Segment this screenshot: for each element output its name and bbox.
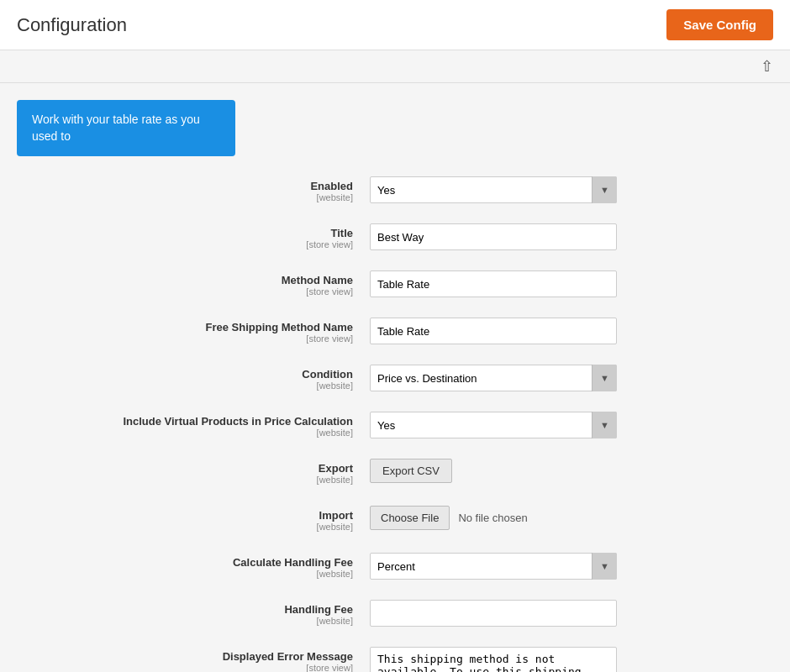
select-wrapper-include-virtual: Yes No ▼ [370, 412, 617, 438]
label-enabled: Enabled [17, 180, 353, 192]
select-wrapper-calculate-handling-fee: Percent Fixed ▼ [370, 553, 617, 580]
enabled-select[interactable]: Yes No [370, 176, 617, 203]
scope-method-name: [store view] [17, 286, 353, 297]
page-title: Configuration [17, 14, 127, 36]
displayed-error-message-textarea[interactable]: This shipping method is not available. T… [370, 647, 617, 672]
page-header: Configuration Save Config [0, 0, 790, 50]
field-enabled: Enabled [website] Yes No ▼ [17, 173, 773, 207]
label-displayed-error-message: Displayed Error Message [17, 650, 353, 663]
select-wrapper-enabled: Yes No ▼ [370, 176, 617, 203]
label-import: Import [17, 509, 353, 522]
title-input[interactable] [370, 223, 617, 250]
field-title: Title [store view] [17, 220, 773, 254]
method-name-input[interactable] [370, 270, 617, 297]
scope-handling-fee: [website] [17, 616, 353, 626]
calculate-handling-fee-select[interactable]: Percent Fixed [370, 553, 617, 580]
label-export: Export [17, 462, 353, 475]
field-method-name: Method Name [store view] [17, 267, 773, 301]
scope-import: [website] [17, 522, 353, 532]
label-title: Title [17, 227, 353, 239]
scope-calculate-handling-fee: [website] [17, 569, 353, 579]
save-config-button[interactable]: Save Config [666, 9, 773, 40]
field-handling-fee: Handling Fee [website] [17, 596, 773, 630]
label-include-virtual: Include Virtual Products in Price Calcul… [17, 415, 353, 428]
field-export: Export [website] Export CSV [17, 455, 773, 489]
field-include-virtual: Include Virtual Products in Price Calcul… [17, 408, 773, 442]
no-file-label: No file chosen [458, 512, 527, 524]
scope-title: [store view] [17, 239, 353, 249]
scope-enabled: [website] [17, 192, 353, 202]
main-content: Work with your table rate as you used to… [0, 83, 790, 672]
config-form: Enabled [website] Yes No ▼ Title [store … [17, 173, 773, 672]
label-handling-fee: Handling Fee [17, 603, 353, 616]
scope-export: [website] [17, 475, 353, 485]
export-csv-button[interactable]: Export CSV [370, 459, 452, 483]
free-shipping-method-name-input[interactable] [370, 318, 617, 344]
label-method-name: Method Name [17, 274, 353, 286]
field-condition: Condition [website] Price vs. Destinatio… [17, 361, 773, 395]
condition-select[interactable]: Price vs. Destination Weight vs. Destina… [370, 365, 617, 391]
scope-include-virtual: [website] [17, 428, 353, 438]
choose-file-button[interactable]: Choose File [370, 506, 450, 530]
sub-header: ⇧ [0, 50, 790, 83]
file-input-wrapper: Choose File No file chosen [370, 506, 773, 530]
select-wrapper-condition: Price vs. Destination Weight vs. Destina… [370, 365, 617, 391]
collapse-button[interactable]: ⇧ [761, 57, 773, 76]
label-calculate-handling-fee: Calculate Handling Fee [17, 556, 353, 569]
scope-displayed-error-message: [store view] [17, 663, 353, 672]
scope-free-shipping-method-name: [store view] [17, 333, 353, 344]
label-free-shipping-method-name: Free Shipping Method Name [17, 321, 353, 333]
scope-condition: [website] [17, 381, 353, 391]
field-import: Import [website] Choose File No file cho… [17, 502, 773, 536]
promo-badge: Work with your table rate as you used to [17, 100, 235, 156]
field-free-shipping-method-name: Free Shipping Method Name [store view] [17, 314, 773, 348]
include-virtual-select[interactable]: Yes No [370, 412, 617, 438]
handling-fee-input[interactable] [370, 600, 617, 627]
label-condition: Condition [17, 368, 353, 381]
field-calculate-handling-fee: Calculate Handling Fee [website] Percent… [17, 549, 773, 583]
field-displayed-error-message: Displayed Error Message [store view] Thi… [17, 643, 773, 672]
